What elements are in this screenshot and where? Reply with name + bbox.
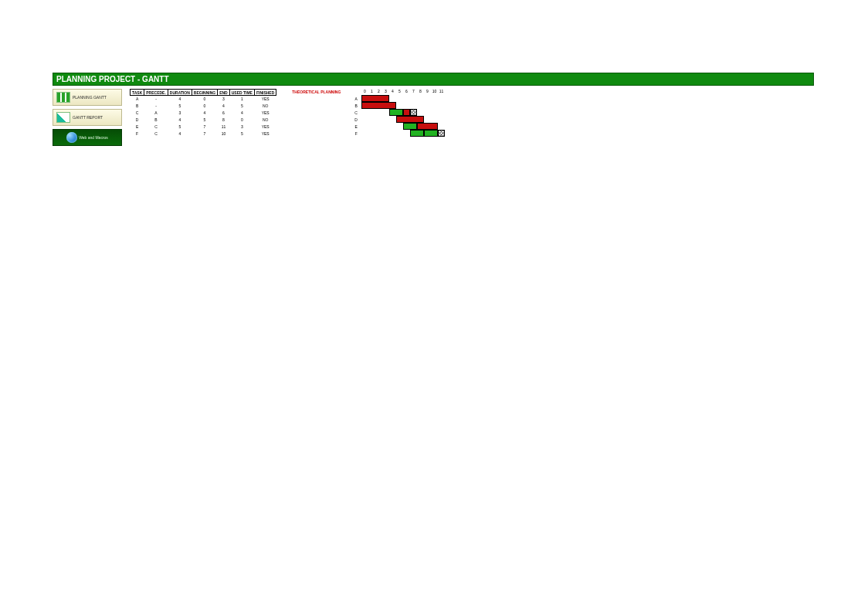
- cell: E: [131, 124, 144, 131]
- table-row: EC57113YES: [131, 124, 276, 131]
- cell: YES: [254, 110, 276, 117]
- table-row: B-5045NO: [131, 103, 276, 110]
- gantt-bar: [424, 130, 438, 137]
- th-precede: PRECEDE.: [144, 90, 168, 96]
- logo-banner: Web and Macros: [53, 129, 122, 146]
- cell: 4: [168, 96, 192, 103]
- gantt-bar: [417, 123, 438, 130]
- globe-icon: [66, 132, 77, 143]
- cell: 3: [229, 124, 254, 131]
- cell: -: [144, 96, 168, 103]
- gantt-tick: 4: [389, 89, 396, 95]
- gantt-report-icon: [56, 112, 70, 123]
- gantt-row-label: B: [354, 102, 359, 109]
- cell: -: [144, 103, 168, 110]
- th-finished: FINISHED: [254, 90, 276, 96]
- gantt-bar: [403, 123, 417, 130]
- gantt-row: [361, 109, 445, 116]
- gantt-row-label: A: [354, 95, 359, 102]
- gantt-bar: [396, 116, 424, 123]
- cell: 4: [229, 110, 254, 117]
- cell: 4: [218, 103, 230, 110]
- cell: 7: [192, 131, 217, 137]
- cell: YES: [254, 96, 276, 103]
- cell: B: [131, 103, 144, 110]
- cell: 4: [168, 131, 192, 137]
- gantt-row-label: E: [354, 123, 359, 130]
- gantt-row-label: C: [354, 109, 359, 116]
- title-bar: PLANNING PROJECT - GANTT: [53, 73, 814, 86]
- th-beginning: BEGINNING: [192, 90, 217, 96]
- cell: YES: [254, 124, 276, 131]
- gantt-tick: 9: [424, 89, 431, 95]
- gantt-row: [361, 95, 445, 102]
- table-header-row: TASK PRECEDE. DURATION BEGINNING END USE…: [131, 90, 276, 96]
- th-task: TASK: [131, 90, 144, 96]
- gantt-bar: [361, 95, 389, 102]
- gantt-chart: ABCDEF 01234567891011: [354, 89, 445, 137]
- cell: B: [144, 117, 168, 124]
- gantt-report-button[interactable]: GANTT REPORT: [53, 109, 122, 126]
- cell: 7: [192, 124, 217, 131]
- planning-gantt-icon: [56, 92, 70, 103]
- cell: A: [144, 110, 168, 117]
- sidebar: PLANNING GANTT GANTT REPORT Web and Macr…: [53, 89, 122, 146]
- gantt-header: 01234567891011: [361, 89, 445, 95]
- cell: F: [131, 131, 144, 137]
- gantt-bar: [410, 130, 424, 137]
- gantt-tick: 5: [396, 89, 403, 95]
- cell: 8: [218, 117, 230, 124]
- gantt-bar: [403, 109, 410, 116]
- gantt-row-label: F: [354, 130, 359, 137]
- gantt-row: [361, 102, 445, 109]
- cell: 5: [168, 124, 192, 131]
- table-row: A-4031YES: [131, 96, 276, 103]
- task-table: TASK PRECEDE. DURATION BEGINNING END USE…: [130, 89, 276, 137]
- cell: NO: [254, 103, 276, 110]
- th-end: END: [218, 90, 230, 96]
- theoretical-planning-label: THEORETICAL PLANNING: [292, 89, 341, 94]
- cell: 11: [218, 124, 230, 131]
- gantt-bar: [361, 102, 396, 109]
- cell: 10: [218, 131, 230, 137]
- planning-gantt-label: PLANNING GANTT: [73, 95, 107, 100]
- gantt-trailing-box: [410, 109, 417, 116]
- cell: C: [144, 131, 168, 137]
- cell: NO: [254, 117, 276, 124]
- table-row: CA3464YES: [131, 110, 276, 117]
- gantt-report-label: GANTT REPORT: [73, 115, 103, 120]
- cell: 0: [229, 117, 254, 124]
- th-used: USED TIME: [229, 90, 254, 96]
- cell: 1: [229, 96, 254, 103]
- table-row: FC47105YES: [131, 131, 276, 137]
- cell: 5: [168, 103, 192, 110]
- cell: C: [144, 124, 168, 131]
- cell: 3: [168, 110, 192, 117]
- gantt-trailing-box: [438, 130, 445, 137]
- gantt-tick: 0: [361, 89, 368, 95]
- gantt-tick: 8: [417, 89, 424, 95]
- page-title: PLANNING PROJECT - GANTT: [56, 75, 169, 83]
- gantt-row-label: D: [354, 116, 359, 123]
- gantt-bar: [389, 109, 403, 116]
- th-duration: DURATION: [168, 90, 192, 96]
- gantt-tick: 6: [403, 89, 410, 95]
- cell: C: [131, 110, 144, 117]
- planning-gantt-button[interactable]: PLANNING GANTT: [53, 89, 122, 106]
- cell: 5: [192, 117, 217, 124]
- gantt-row: [361, 130, 445, 137]
- table-row: DB4580NO: [131, 117, 276, 124]
- cell: A: [131, 96, 144, 103]
- gantt-tick: 2: [375, 89, 382, 95]
- gantt-tick: 3: [382, 89, 389, 95]
- gantt-tick: 1: [368, 89, 375, 95]
- cell: 4: [168, 117, 192, 124]
- gantt-tick: 11: [438, 89, 445, 95]
- gantt-tick: 10: [431, 89, 438, 95]
- gantt-row: [361, 123, 445, 130]
- cell: 5: [229, 131, 254, 137]
- cell: D: [131, 117, 144, 124]
- cell: 4: [192, 110, 217, 117]
- gantt-tick: 7: [410, 89, 417, 95]
- logo-text: Web and Macros: [79, 135, 108, 140]
